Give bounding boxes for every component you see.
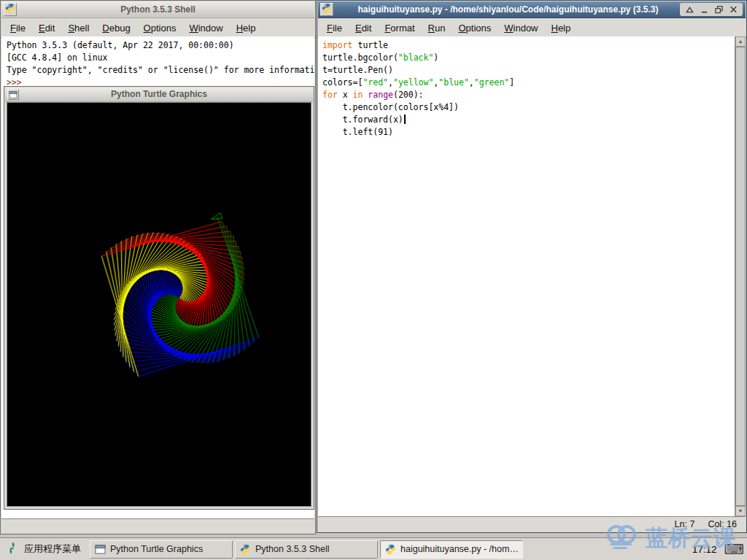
- code-line: t.pencolor(colors[x%4]): [322, 101, 735, 114]
- window-menu-button[interactable]: [4, 3, 17, 16]
- menu-help[interactable]: Help: [230, 20, 263, 36]
- editor-scrollbar[interactable]: ▲ ▼: [735, 36, 746, 516]
- keyboard-icon[interactable]: ⌨: [724, 542, 744, 556]
- code-line: import turtle: [322, 39, 735, 52]
- window-menu-button[interactable]: [7, 89, 19, 100]
- code-line: colors=["red","yellow","blue","green"]: [322, 77, 735, 89]
- editor-statusbar: Ln: 7 Col: 16: [318, 516, 746, 532]
- code-line: [GCC 4.8.4] on linux: [7, 52, 314, 64]
- taskbar: 应用程序菜单 Python Turtle GraphicsPython 3.5.…: [0, 537, 747, 560]
- turtle-window-title: Python Turtle Graphics: [5, 88, 313, 101]
- menu-run[interactable]: Run: [422, 20, 452, 36]
- menu-window[interactable]: Window: [182, 20, 229, 36]
- shell-titlebar[interactable]: Python 3.5.3 Shell: [1, 1, 314, 18]
- turtle-canvas-frame: [7, 102, 311, 507]
- python-icon: [322, 3, 332, 16]
- code-line: t.left(91): [322, 126, 735, 139]
- menu-edit[interactable]: Edit: [32, 20, 61, 36]
- turtle-window: Python Turtle Graphics: [4, 86, 314, 510]
- taskbar-task[interactable]: Python 3.5.3 Shell: [235, 540, 378, 559]
- scroll-up-arrow-icon[interactable]: ▲: [735, 36, 746, 47]
- editor-text[interactable]: import turtleturtle.bgcolor("black")t=tu…: [318, 36, 735, 516]
- shade-button[interactable]: [682, 4, 697, 15]
- status-col: Col: 16: [708, 519, 737, 529]
- code-line: for x in range(200):: [322, 89, 735, 101]
- code-line: t=turtle.Pen(): [322, 64, 735, 77]
- menu-format[interactable]: Format: [378, 20, 421, 36]
- menu-options[interactable]: Options: [452, 20, 498, 36]
- window-controls: [680, 3, 743, 16]
- code-line: Python 3.5.3 (default, Apr 22 2017, 00:0…: [7, 39, 314, 52]
- window-icon: [95, 545, 106, 554]
- code-line: turtle.bgcolor("black"): [322, 52, 735, 64]
- applications-menu-label: 应用程序菜单: [24, 542, 81, 556]
- menu-window[interactable]: Window: [498, 20, 544, 36]
- text-cursor: [404, 114, 406, 124]
- code-line: t.forward(x): [322, 114, 735, 126]
- code-line: Type "copyright", "credits" or "license(…: [7, 64, 314, 77]
- window-menu-button[interactable]: [320, 3, 333, 16]
- menu-help[interactable]: Help: [545, 20, 578, 36]
- applications-menu-icon: [5, 541, 19, 558]
- python-icon: [240, 544, 251, 555]
- menu-edit[interactable]: Edit: [349, 20, 378, 36]
- clock: 17:12: [692, 544, 717, 555]
- scrollbar-thumb[interactable]: [735, 47, 746, 506]
- menu-debug[interactable]: Debug: [96, 20, 136, 36]
- minimize-button[interactable]: [697, 4, 711, 15]
- shell-window-title: Python 3.5.3 Shell: [1, 1, 314, 18]
- editor-window: haiguihuituyanse.py - /home/shiyanlou/Co…: [317, 0, 747, 533]
- taskbar-task[interactable]: haiguihuituyanse.py - /hom…: [380, 540, 523, 559]
- turtle-titlebar[interactable]: Python Turtle Graphics: [5, 88, 313, 102]
- menu-options[interactable]: Options: [137, 20, 183, 36]
- editor-menubar: FileEditFormatRunOptionsWindowHelp: [317, 19, 746, 38]
- shell-menubar: FileEditShellDebugOptionsWindowHelp: [1, 19, 315, 38]
- menu-file[interactable]: File: [320, 20, 349, 36]
- taskbar-task[interactable]: Python Turtle Graphics: [90, 540, 233, 559]
- taskbar-tasks: Python Turtle GraphicsPython 3.5.3 Shell…: [89, 538, 525, 560]
- applications-menu-button[interactable]: 应用程序菜单: [0, 538, 89, 560]
- menu-file[interactable]: File: [4, 20, 32, 36]
- status-line: Ln: 7: [675, 519, 695, 529]
- desktop: Python 3.5.3 Shell FileEditShellDebugOpt…: [0, 0, 747, 560]
- turtle-canvas: [7, 103, 311, 506]
- editor-titlebar[interactable]: haiguihuituyanse.py - /home/shiyanlou/Co…: [318, 1, 746, 18]
- shell-bottom-bar: [1, 518, 314, 533]
- window-icon: [9, 88, 18, 101]
- python-icon: [5, 3, 15, 16]
- scroll-down-arrow-icon[interactable]: ▼: [735, 506, 746, 516]
- close-icon[interactable]: [726, 4, 740, 15]
- menu-shell[interactable]: Shell: [61, 20, 96, 36]
- task-label: haiguihuituyanse.py - /hom…: [400, 544, 518, 554]
- task-label: Python Turtle Graphics: [110, 544, 203, 554]
- task-label: Python 3.5.3 Shell: [255, 544, 329, 554]
- python-icon: [385, 544, 396, 555]
- maximize-button[interactable]: [711, 4, 726, 15]
